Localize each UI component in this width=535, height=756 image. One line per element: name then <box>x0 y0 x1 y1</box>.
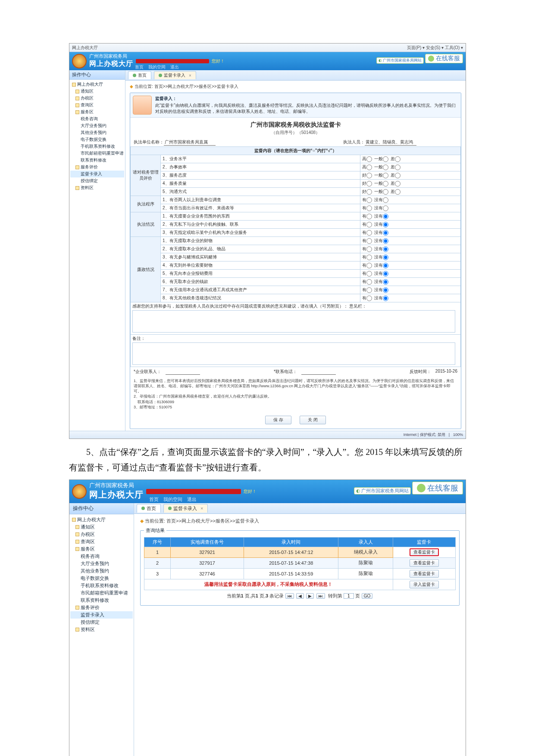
globe-icon: ◐ <box>356 488 360 494</box>
online-service-button[interactable]: 在线客服 <box>425 54 463 63</box>
home-icon <box>141 507 145 510</box>
card-icon <box>168 507 172 510</box>
view-card-button[interactable]: 查看监督卡 <box>410 548 439 556</box>
app-name: 网上办税大厅 <box>89 489 144 501</box>
opinion-textarea[interactable] <box>132 310 455 333</box>
intro-text: 此“监督卡”由纳税人自愿填写，向我局反映税法、廉洁及服务经营等情况。反映执法人员… <box>155 103 458 115</box>
tree-root[interactable]: 网上办税大厅 <box>77 82 103 87</box>
tree-card-entry[interactable]: 监督卡录入 <box>81 612 104 617</box>
unit-value: 广州市国家税务局直属 <box>164 139 216 146</box>
screenshot-1: 网上办税大厅 页面(P) ▾ 安全(S) ▾ 工具(O) ▾ 广州市国家税务局 … <box>69 43 466 439</box>
panel-title: 查询结果 <box>144 527 166 534</box>
logo-icon <box>72 54 87 68</box>
breadcrumb: ◆当前位置: 首页>>网上办税大厅>>服务区>>监督卡录入 <box>130 82 461 91</box>
nav-home[interactable]: 首页 <box>149 497 159 502</box>
tab-card-entry[interactable]: 监督卡录入× <box>154 71 196 79</box>
nav-home[interactable]: 首页 <box>135 65 144 69</box>
section-exec: 执法情况 <box>131 212 161 237</box>
unit-label: 执法单位名称： <box>134 140 164 144</box>
breadcrumb: ◆当前位置: 首页>>网上办税大厅>>服务区>>监督卡录入 <box>140 516 460 526</box>
result-table: 序号 实地调查任务号 录入时间 录入人 监督卡 1 327921 2015-07… <box>144 537 456 590</box>
tab-home[interactable]: 首页 <box>128 71 151 79</box>
close-button[interactable]: 关 闭 <box>300 416 326 424</box>
table-midhead: 监督内容（请在您所选一项的“○”内打“√”） <box>131 147 461 155</box>
hello-text: 您好！ <box>244 488 257 495</box>
table-row: 1 327921 2015-07-15 14:47:12 纳税人录入 查看监督卡 <box>144 547 456 557</box>
star-icon: ◆ <box>130 84 133 89</box>
sidebar-title: 操作中心 <box>69 503 134 514</box>
notice-text: 1、监督举报来信，您可将本表填好后投到国家税务局税务稽查局，您如果反映具体违法违… <box>130 376 461 413</box>
contact-row: *企业联系人： *联系电话： 反馈时间：2015-10-26 <box>130 367 461 376</box>
intro-title: 监督录入： <box>155 96 458 102</box>
zoom-status: 100% <box>453 432 463 437</box>
official-site-link[interactable]: ◐广州市国家税务局网站 <box>376 57 424 64</box>
table-row: 温馨用法监督卡采取自愿录入原则，不采集纳税人资料信息！ 录入监督卡 <box>144 579 456 590</box>
online-service-button[interactable]: 在线客服 <box>412 482 463 495</box>
tab-bar: 首页 监督卡录入× <box>134 503 466 514</box>
go-button[interactable]: GO <box>362 593 373 599</box>
section-clean: 廉政情况 <box>131 237 161 302</box>
last-page-icon[interactable]: ⏭ <box>316 593 325 599</box>
nav-exit[interactable]: 退出 <box>187 497 197 502</box>
org-name: 广州市国家税务局 <box>89 482 144 488</box>
sidebar-title: 操作中心 <box>69 70 125 80</box>
phone-value[interactable] <box>301 369 336 375</box>
section-proc: 执法程序 <box>131 196 161 212</box>
browser-tools[interactable]: 页面(P) ▾ 安全(S) ▾ 工具(O) ▾ <box>407 45 463 51</box>
header-accent <box>136 59 209 63</box>
contact-value[interactable] <box>166 369 200 375</box>
intro-box: 监督录入： 此“监督卡”由纳税人自愿填写，向我局反映税法、廉洁及服务经营等情况。… <box>130 93 461 118</box>
warning-text: 温馨用法监督卡采取自愿录入原则，不采集纳税人资料信息！ <box>144 579 393 590</box>
app-header: 广州市国家税务局 网上办税大厅 您好！ 首页 我的空间 退出 ◐广州市国家税务局… <box>69 480 466 503</box>
first-page-icon[interactable]: ⏮ <box>285 593 294 599</box>
tab-card-entry[interactable]: 监督卡录入× <box>163 504 208 513</box>
nav-space[interactable]: 我的空间 <box>148 65 166 69</box>
table-row: 3 327746 2015-07-15 14:33:59 陈聚瑜 查看监督卡 <box>144 568 456 579</box>
form-subtitle: （自用序号）（501408） <box>130 129 461 138</box>
logo-icon <box>72 484 87 499</box>
sidebar: 操作中心 网上办税大厅 通知区 办税区 查询区 服务区 税务咨询 大厅业务预约 … <box>69 503 134 756</box>
form-title: 广州市国家税务局税收执法监督卡 <box>130 118 461 129</box>
window-title: 网上办税大厅 <box>72 45 98 51</box>
page-input[interactable] <box>344 593 354 599</box>
prev-page-icon[interactable]: ◀ <box>296 593 304 599</box>
nav-space[interactable]: 我的空间 <box>163 497 182 502</box>
star-icon: ◆ <box>140 518 144 523</box>
remark-textarea[interactable] <box>132 342 455 365</box>
nav-exit[interactable]: 退出 <box>170 65 179 69</box>
table-header: 序号 实地调查任务号 录入时间 录入人 监督卡 <box>144 537 456 547</box>
official-site-link[interactable]: ◐广州市国家税务局网站 <box>354 487 411 495</box>
contact-label: *企业联系人： <box>134 369 161 375</box>
screenshot-2: 广州市国家税务局 网上办税大厅 您好！ 首页 我的空间 退出 ◐广州市国家税务局… <box>69 479 466 756</box>
nav-tree[interactable]: 网上办税大厅 通知区 办税区 查询区 服务区 税务咨询 大厅业务预约 其他业务预… <box>69 514 134 635</box>
view-card-button[interactable]: 查看监督卡 <box>410 559 439 567</box>
browser-titlebar: 网上办税大厅 页面(P) ▾ 安全(S) ▾ 工具(O) ▾ <box>69 44 466 52</box>
save-button[interactable]: 保 存 <box>265 416 291 424</box>
sidebar: 操作中心 网上办税大厅 通知区 办税区 查询区 服务区 税务咨询 大厅业务预约 … <box>69 70 125 431</box>
view-card-button[interactable]: 查看监督卡 <box>410 570 439 578</box>
entry-card-button[interactable]: 录入监督卡 <box>410 581 439 588</box>
app-name: 网上办税大厅 <box>89 59 133 68</box>
globe-icon: ◐ <box>379 58 382 62</box>
home-icon <box>133 74 136 77</box>
tree-root[interactable]: 网上办税大厅 <box>77 517 106 522</box>
chat-icon <box>417 484 425 492</box>
close-icon[interactable]: × <box>189 73 191 78</box>
date-value: 2015-10-26 <box>435 369 457 375</box>
header-accent <box>146 489 241 494</box>
remark-label: 备注： <box>132 336 459 342</box>
opts-r1[interactable]: 高一般差 <box>360 155 460 163</box>
close-icon[interactable]: × <box>200 506 203 511</box>
tab-home[interactable]: 首页 <box>137 504 161 513</box>
app-header: 广州市国家税务局 网上办税大厅 您好！ 首页 我的空间 退出 ◐广州市国家税务局… <box>69 52 466 70</box>
section-eval: 请对税务管理员评价 <box>131 155 161 196</box>
opinion-label: 感谢您的支持和参与，如发现税务人员在执法过程中存在问题或需要反映的意见和建议，请… <box>132 303 459 309</box>
nav-tree[interactable]: 网上办税大厅 通知区 办税区 查询区 服务区 税务咨询 大厅业务预约 其他业务预… <box>69 80 125 193</box>
header-nav: 首页 我的空间 退出 <box>149 496 200 503</box>
next-page-icon[interactable]: ▶ <box>306 593 314 599</box>
card-icon <box>159 74 162 77</box>
net-status: Internet | 保护模式: 禁用 <box>404 432 445 438</box>
table-row: 2 327917 2015-07-15 14:47:38 陈聚瑜 查看监督卡 <box>144 557 456 568</box>
header-nav: 首页 我的空间 退出 <box>135 64 182 70</box>
tree-card-entry[interactable]: 监督卡录入 <box>81 171 102 176</box>
